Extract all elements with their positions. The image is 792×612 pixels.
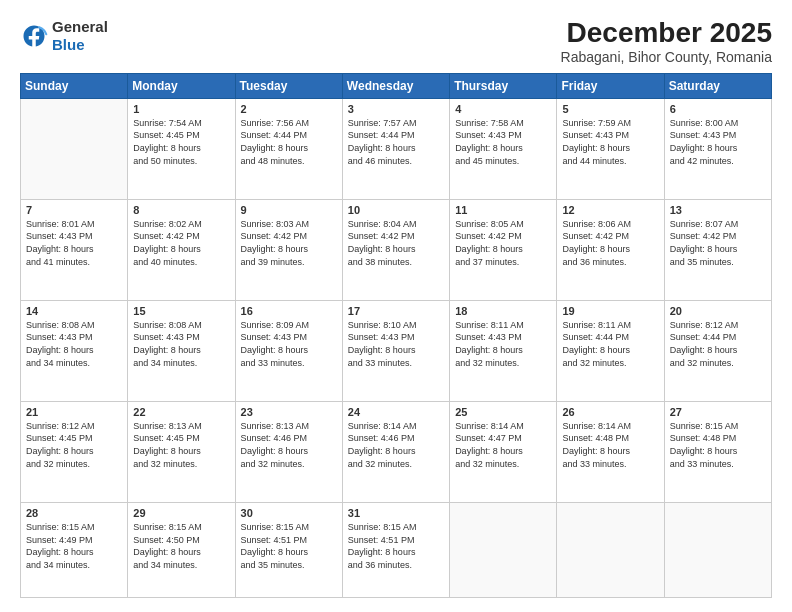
table-row: 2Sunrise: 7:56 AMSunset: 4:44 PMDaylight… [235, 98, 342, 199]
day-detail-line: Sunset: 4:42 PM [133, 231, 200, 241]
day-detail-line: Sunrise: 8:13 AM [133, 421, 202, 431]
day-detail-line: Daylight: 8 hours [133, 143, 201, 153]
calendar-week-row: 14Sunrise: 8:08 AMSunset: 4:43 PMDayligh… [21, 300, 772, 401]
header: General Blue December 2025 Rabagani, Bih… [20, 18, 772, 65]
day-detail-line: Sunrise: 8:15 AM [241, 522, 310, 532]
day-number: 22 [133, 406, 229, 418]
table-row: 22Sunrise: 8:13 AMSunset: 4:45 PMDayligh… [128, 401, 235, 502]
day-detail-line: Sunset: 4:45 PM [26, 433, 93, 443]
day-number: 24 [348, 406, 444, 418]
day-detail-line: Sunset: 4:45 PM [133, 433, 200, 443]
day-number: 13 [670, 204, 766, 216]
day-detail-line: Sunset: 4:46 PM [241, 433, 308, 443]
table-row [557, 502, 664, 597]
day-detail-line: and 34 minutes. [133, 358, 197, 368]
table-row: 10Sunrise: 8:04 AMSunset: 4:42 PMDayligh… [342, 199, 449, 300]
day-number: 30 [241, 507, 337, 519]
day-detail-line: Sunrise: 8:00 AM [670, 118, 739, 128]
day-detail-line: Sunset: 4:51 PM [348, 535, 415, 545]
day-detail-line: and 33 minutes. [241, 358, 305, 368]
table-row: 19Sunrise: 8:11 AMSunset: 4:44 PMDayligh… [557, 300, 664, 401]
day-detail-line: Sunrise: 8:14 AM [455, 421, 524, 431]
day-detail: Sunrise: 8:07 AMSunset: 4:42 PMDaylight:… [670, 218, 766, 268]
table-row [21, 98, 128, 199]
day-number: 12 [562, 204, 658, 216]
day-detail-line: and 32 minutes. [348, 459, 412, 469]
day-detail-line: Sunrise: 8:11 AM [455, 320, 524, 330]
day-detail-line: Sunrise: 8:10 AM [348, 320, 417, 330]
day-number: 15 [133, 305, 229, 317]
day-detail-line: Daylight: 8 hours [26, 446, 94, 456]
day-detail: Sunrise: 8:13 AMSunset: 4:45 PMDaylight:… [133, 420, 229, 470]
day-detail-line: and 42 minutes. [670, 156, 734, 166]
day-detail-line: Daylight: 8 hours [241, 143, 309, 153]
day-detail: Sunrise: 8:15 AMSunset: 4:50 PMDaylight:… [133, 521, 229, 571]
day-detail-line: Daylight: 8 hours [133, 446, 201, 456]
day-detail-line: Sunset: 4:44 PM [348, 130, 415, 140]
day-detail: Sunrise: 8:13 AMSunset: 4:46 PMDaylight:… [241, 420, 337, 470]
day-detail-line: Daylight: 8 hours [348, 244, 416, 254]
day-detail: Sunrise: 8:15 AMSunset: 4:48 PMDaylight:… [670, 420, 766, 470]
day-number: 4 [455, 103, 551, 115]
day-detail-line: and 34 minutes. [26, 358, 90, 368]
day-detail: Sunrise: 8:14 AMSunset: 4:47 PMDaylight:… [455, 420, 551, 470]
day-detail-line: Sunset: 4:43 PM [26, 231, 93, 241]
day-detail-line: Sunrise: 7:57 AM [348, 118, 417, 128]
table-row [450, 502, 557, 597]
day-number: 29 [133, 507, 229, 519]
day-number: 20 [670, 305, 766, 317]
day-detail-line: and 32 minutes. [133, 459, 197, 469]
logo-blue: Blue [52, 36, 108, 54]
day-detail-line: Daylight: 8 hours [26, 345, 94, 355]
day-detail-line: Sunrise: 8:04 AM [348, 219, 417, 229]
day-detail-line: Sunset: 4:48 PM [562, 433, 629, 443]
day-detail: Sunrise: 8:15 AMSunset: 4:49 PMDaylight:… [26, 521, 122, 571]
day-detail-line: Daylight: 8 hours [562, 244, 630, 254]
day-detail-line: and 39 minutes. [241, 257, 305, 267]
day-detail-line: Sunset: 4:43 PM [670, 130, 737, 140]
day-detail-line: Sunset: 4:42 PM [241, 231, 308, 241]
day-detail-line: Daylight: 8 hours [455, 345, 523, 355]
day-detail-line: Sunrise: 8:09 AM [241, 320, 310, 330]
day-number: 18 [455, 305, 551, 317]
day-detail-line: and 35 minutes. [241, 560, 305, 570]
page-title: December 2025 [561, 18, 772, 49]
table-row: 23Sunrise: 8:13 AMSunset: 4:46 PMDayligh… [235, 401, 342, 502]
day-detail-line: Daylight: 8 hours [26, 244, 94, 254]
day-detail: Sunrise: 7:59 AMSunset: 4:43 PMDaylight:… [562, 117, 658, 167]
day-number: 5 [562, 103, 658, 115]
day-detail-line: Sunrise: 8:15 AM [133, 522, 202, 532]
day-number: 2 [241, 103, 337, 115]
day-detail-line: Sunrise: 8:08 AM [26, 320, 95, 330]
day-detail-line: Sunrise: 8:14 AM [562, 421, 631, 431]
day-detail-line: Sunset: 4:43 PM [26, 332, 93, 342]
day-detail-line: Daylight: 8 hours [26, 547, 94, 557]
day-detail-line: Daylight: 8 hours [241, 244, 309, 254]
table-row: 13Sunrise: 8:07 AMSunset: 4:42 PMDayligh… [664, 199, 771, 300]
table-row: 3Sunrise: 7:57 AMSunset: 4:44 PMDaylight… [342, 98, 449, 199]
day-detail-line: and 34 minutes. [133, 560, 197, 570]
day-detail: Sunrise: 8:02 AMSunset: 4:42 PMDaylight:… [133, 218, 229, 268]
day-detail-line: Daylight: 8 hours [670, 143, 738, 153]
day-detail-line: Daylight: 8 hours [455, 446, 523, 456]
day-number: 16 [241, 305, 337, 317]
day-number: 27 [670, 406, 766, 418]
day-detail-line: and 41 minutes. [26, 257, 90, 267]
col-thursday: Thursday [450, 73, 557, 98]
day-detail-line: Sunrise: 8:12 AM [670, 320, 739, 330]
day-detail: Sunrise: 8:15 AMSunset: 4:51 PMDaylight:… [348, 521, 444, 571]
day-number: 11 [455, 204, 551, 216]
day-detail-line: and 33 minutes. [670, 459, 734, 469]
day-detail: Sunrise: 8:11 AMSunset: 4:43 PMDaylight:… [455, 319, 551, 369]
day-detail-line: Sunrise: 8:03 AM [241, 219, 310, 229]
day-detail-line: Daylight: 8 hours [348, 446, 416, 456]
day-detail-line: and 44 minutes. [562, 156, 626, 166]
day-detail-line: Daylight: 8 hours [455, 143, 523, 153]
day-detail-line: Sunset: 4:48 PM [670, 433, 737, 443]
day-detail: Sunrise: 8:08 AMSunset: 4:43 PMDaylight:… [26, 319, 122, 369]
day-detail-line: Daylight: 8 hours [562, 446, 630, 456]
day-detail-line: Sunrise: 7:59 AM [562, 118, 631, 128]
table-row: 17Sunrise: 8:10 AMSunset: 4:43 PMDayligh… [342, 300, 449, 401]
table-row: 18Sunrise: 8:11 AMSunset: 4:43 PMDayligh… [450, 300, 557, 401]
day-detail-line: Sunset: 4:44 PM [670, 332, 737, 342]
